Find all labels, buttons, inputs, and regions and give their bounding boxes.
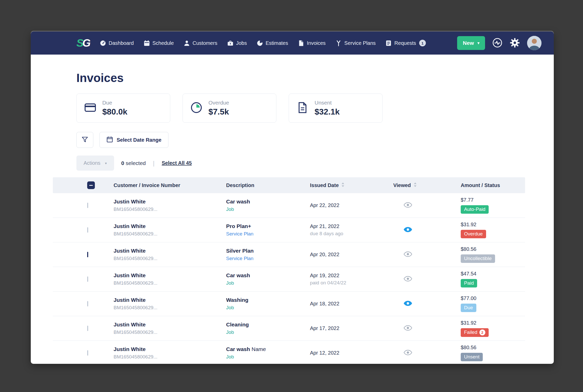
invoice-type-link[interactable]: Job xyxy=(226,207,234,212)
invoice-description: Car wash xyxy=(226,272,310,278)
column-header-issued-date[interactable]: Issued Date xyxy=(310,182,393,189)
select-all-checkbox[interactable] xyxy=(87,181,95,189)
summary-card-unsent[interactable]: Unsent $32.1k xyxy=(289,94,383,123)
invoice-description-main: Car wash xyxy=(226,199,250,204)
status-badge-label: Failed xyxy=(464,329,477,335)
nav-right-actions: New ▾ xyxy=(457,36,541,50)
row-checkbox[interactable] xyxy=(87,227,88,233)
unsent-document-icon xyxy=(297,102,308,115)
funnel-icon xyxy=(82,136,88,144)
nav-item-invoices[interactable]: Invoices xyxy=(298,40,326,46)
row-checkbox[interactable] xyxy=(87,276,88,282)
nav-item-estimates[interactable]: Estimates xyxy=(257,40,288,46)
status-badge: Due xyxy=(461,304,476,312)
divider: | xyxy=(153,160,155,167)
column-label: Amount / Status xyxy=(461,182,500,188)
row-checkbox[interactable] xyxy=(87,252,88,257)
table-row[interactable]: Justin White BM165045800629... Silver Pl… xyxy=(53,242,525,267)
invoice-amount: $80.56 xyxy=(461,345,525,350)
column-header-viewed[interactable]: Viewed xyxy=(393,182,461,189)
nav-item-label: Customers xyxy=(193,40,217,46)
estimates-icon xyxy=(257,40,263,46)
invoice-type-link[interactable]: Service Plan xyxy=(226,256,254,261)
viewed-eye-icon xyxy=(404,226,412,233)
invoice-amount: $7.77 xyxy=(461,197,525,203)
actions-dropdown[interactable]: Actions ▾ xyxy=(76,156,114,171)
status-badge: Failed 2 xyxy=(461,328,489,337)
invoice-type-link[interactable]: Job xyxy=(226,305,234,311)
issued-date-note: due 8 days ago xyxy=(310,231,393,236)
summary-value: $32.1k xyxy=(315,107,340,117)
invoice-number: BM165045800629... xyxy=(114,280,226,286)
summary-value: $80.0k xyxy=(102,107,127,117)
table-row[interactable]: Justin White BM165045800629... Washing J… xyxy=(53,292,525,316)
status-badge: Uncollectible xyxy=(461,254,495,263)
summary-value: $7.5k xyxy=(208,107,229,117)
settings-button[interactable] xyxy=(510,38,520,49)
new-button[interactable]: New ▾ xyxy=(457,36,485,50)
column-label: Viewed xyxy=(393,182,411,188)
activity-pulse-icon xyxy=(492,38,502,49)
row-checkbox[interactable] xyxy=(87,326,88,331)
invoice-description-main: Washing xyxy=(226,297,248,303)
customer-name: Justin White xyxy=(114,199,226,205)
overdue-clock-icon xyxy=(190,102,202,115)
invoice-type-link[interactable]: Job xyxy=(226,280,234,286)
summary-cards: Due $80.0k Overdue $7.5k Unsent $32.1k xyxy=(76,94,525,123)
summary-label: Unsent xyxy=(315,100,340,106)
status-badge-label: Unsent xyxy=(464,354,479,360)
invoice-amount: $31.92 xyxy=(461,320,525,326)
summary-card-due[interactable]: Due $80.0k xyxy=(76,94,170,123)
activity-pulse-button[interactable] xyxy=(492,38,502,49)
table-row[interactable]: Justin White BM165045800629... Car wash … xyxy=(53,267,525,292)
table-row[interactable]: Justin White BM165045800629... Pro Plan+… xyxy=(53,218,525,242)
nav-item-schedule[interactable]: Schedule xyxy=(144,40,174,46)
invoice-description-suffix: Name xyxy=(250,346,266,352)
nav-item-service-plans[interactable]: Service Plans xyxy=(335,40,376,46)
invoices-icon xyxy=(298,40,304,46)
status-badge: Unsent xyxy=(461,353,483,361)
invoice-description-main: Cleaning xyxy=(226,322,249,327)
row-checkbox[interactable] xyxy=(87,301,88,306)
invoices-table: Customer / Invoice Number Description Is… xyxy=(53,177,525,364)
invoice-type-link[interactable]: Service Plan xyxy=(226,231,254,237)
customer-name: Justin White xyxy=(114,248,226,254)
table-row[interactable]: Justin White BM165045800629... Cleaning … xyxy=(53,316,525,341)
user-avatar[interactable] xyxy=(527,36,541,50)
new-button-label: New xyxy=(463,40,474,46)
invoice-amount: $31.92 xyxy=(461,222,525,228)
nav-items: Dashboard Schedule Customers Jobs Estima… xyxy=(100,40,426,46)
app-logo[interactable]: S G xyxy=(76,37,89,49)
invoice-type-link[interactable]: Job xyxy=(226,354,234,360)
filter-button[interactable] xyxy=(76,132,93,148)
invoice-number: BM165045800629... xyxy=(114,329,226,335)
requests-count-badge: 1 xyxy=(419,40,426,46)
status-badge-label: Overdue xyxy=(464,231,483,237)
nav-item-label: Requests xyxy=(394,40,416,46)
row-checkbox[interactable] xyxy=(87,350,88,356)
viewed-eye-icon xyxy=(404,300,412,306)
viewed-eye-icon xyxy=(404,202,412,208)
table-row[interactable]: Justin White BM165045800629... Car wash … xyxy=(53,341,525,364)
filter-row: Select Date Range xyxy=(76,132,525,148)
customers-icon xyxy=(184,40,190,46)
row-checkbox[interactable] xyxy=(87,203,88,208)
selected-count-text: 0selected xyxy=(121,160,146,166)
customer-name: Justin White xyxy=(114,223,226,229)
customer-name: Justin White xyxy=(114,272,226,278)
invoice-amount: $77.00 xyxy=(461,295,525,301)
nav-item-dashboard[interactable]: Dashboard xyxy=(100,40,134,46)
select-all-link[interactable]: Select All 45 xyxy=(162,160,192,166)
invoice-type-link[interactable]: Job xyxy=(226,329,234,335)
nav-item-jobs[interactable]: Jobs xyxy=(227,40,247,46)
nav-item-customers[interactable]: Customers xyxy=(184,40,217,46)
nav-item-requests[interactable]: Requests 1 xyxy=(385,40,426,46)
date-range-button[interactable]: Select Date Range xyxy=(99,132,168,148)
column-label: Issued Date xyxy=(310,182,339,188)
issued-date: Apr 17, 2022 xyxy=(310,325,393,331)
table-row[interactable]: Justin White BM165045800629... Car wash … xyxy=(53,193,525,218)
nav-item-label: Dashboard xyxy=(109,40,134,46)
summary-card-overdue[interactable]: Overdue $7.5k xyxy=(183,94,276,123)
issued-date: Apr 20, 2022 xyxy=(310,252,393,257)
invoice-number: BM165045800629... xyxy=(114,354,226,360)
